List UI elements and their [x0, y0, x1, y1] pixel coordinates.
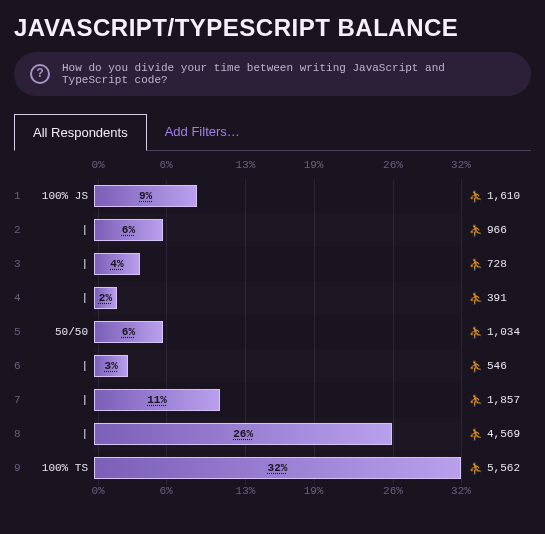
table-row: 8|26%⛹4,569: [14, 417, 531, 451]
person-icon: ⛹: [469, 360, 483, 373]
axis-tick: 0%: [91, 159, 104, 171]
row-category: 100% TS: [34, 462, 94, 474]
bar-zone: 3%: [94, 349, 461, 383]
row-index: 5: [14, 326, 34, 338]
page-title: JAVASCRIPT/TYPESCRIPT BALANCE: [14, 14, 531, 42]
row-category: |: [34, 428, 94, 440]
axis-tick: 0%: [91, 485, 104, 497]
row-count: ⛹1,857: [461, 394, 531, 407]
person-icon: ⛹: [469, 428, 483, 441]
count-value: 391: [487, 292, 507, 304]
bar-value: 4%: [110, 258, 123, 270]
count-value: 1,034: [487, 326, 520, 338]
axis-tick: 6%: [159, 485, 172, 497]
count-value: 5,562: [487, 462, 520, 474]
table-row: 1100% JS9%⛹1,610: [14, 179, 531, 213]
count-value: 1,610: [487, 190, 520, 202]
table-row: 2|6%⛹966: [14, 213, 531, 247]
axis-tick: 26%: [383, 485, 403, 497]
bar-value: 26%: [233, 428, 253, 440]
person-icon: ⛹: [469, 326, 483, 339]
bar-value: 6%: [122, 326, 135, 338]
axis-tick: 13%: [236, 485, 256, 497]
bar[interactable]: 2%: [94, 287, 117, 309]
count-value: 728: [487, 258, 507, 270]
person-icon: ⛹: [469, 258, 483, 271]
person-icon: ⛹: [469, 462, 483, 475]
row-index: 1: [14, 190, 34, 202]
tab-all-respondents[interactable]: All Respondents: [14, 114, 147, 151]
row-count: ⛹546: [461, 360, 531, 373]
count-value: 4,569: [487, 428, 520, 440]
bar-zone: 9%: [94, 179, 461, 213]
bar-value: 9%: [139, 190, 152, 202]
row-count: ⛹5,562: [461, 462, 531, 475]
bar-zone: 26%: [94, 417, 461, 451]
bar[interactable]: 11%: [94, 389, 220, 411]
help-icon: ?: [30, 64, 50, 84]
row-count: ⛹966: [461, 224, 531, 237]
axis-tick: 6%: [159, 159, 172, 171]
table-row: 3|4%⛹728: [14, 247, 531, 281]
row-category: |: [34, 292, 94, 304]
row-category: |: [34, 258, 94, 270]
axis-tick: 19%: [304, 159, 324, 171]
row-index: 9: [14, 462, 34, 474]
table-row: 7|11%⛹1,857: [14, 383, 531, 417]
row-count: ⛹728: [461, 258, 531, 271]
bar-zone: 32%: [94, 451, 461, 485]
bar[interactable]: 3%: [94, 355, 128, 377]
tab-bar: All Respondents Add Filters…: [14, 114, 531, 151]
row-category: |: [34, 394, 94, 406]
bar[interactable]: 6%: [94, 219, 163, 241]
row-index: 7: [14, 394, 34, 406]
row-category: 50/50: [34, 326, 94, 338]
person-icon: ⛹: [469, 224, 483, 237]
bar-zone: 6%: [94, 315, 461, 349]
table-row: 6|3%⛹546: [14, 349, 531, 383]
row-category: |: [34, 224, 94, 236]
bar-zone: 4%: [94, 247, 461, 281]
bar-zone: 2%: [94, 281, 461, 315]
bar-zone: 6%: [94, 213, 461, 247]
bar-value: 2%: [99, 292, 112, 304]
bar[interactable]: 32%: [94, 457, 461, 479]
row-index: 4: [14, 292, 34, 304]
bar-value: 32%: [268, 462, 288, 474]
bar-value: 11%: [147, 394, 167, 406]
row-category: |: [34, 360, 94, 372]
row-category: 100% JS: [34, 190, 94, 202]
bar[interactable]: 26%: [94, 423, 392, 445]
axis-tick: 13%: [236, 159, 256, 171]
bar[interactable]: 6%: [94, 321, 163, 343]
axis-tick: 32%: [451, 485, 471, 497]
count-value: 546: [487, 360, 507, 372]
row-count: ⛹391: [461, 292, 531, 305]
count-value: 1,857: [487, 394, 520, 406]
axis-top: 0%6%13%19%26%32%: [14, 159, 531, 179]
table-row: 9100% TS32%⛹5,562: [14, 451, 531, 485]
table-row: 4|2%⛹391: [14, 281, 531, 315]
person-icon: ⛹: [469, 394, 483, 407]
bar[interactable]: 4%: [94, 253, 140, 275]
row-count: ⛹4,569: [461, 428, 531, 441]
question-banner: ? How do you divide your time between wr…: [14, 52, 531, 96]
bar[interactable]: 9%: [94, 185, 197, 207]
person-icon: ⛹: [469, 190, 483, 203]
question-text: How do you divide your time between writ…: [62, 62, 515, 86]
bar-zone: 11%: [94, 383, 461, 417]
row-index: 6: [14, 360, 34, 372]
row-index: 2: [14, 224, 34, 236]
person-icon: ⛹: [469, 292, 483, 305]
bar-value: 3%: [105, 360, 118, 372]
row-index: 3: [14, 258, 34, 270]
axis-tick: 32%: [451, 159, 471, 171]
axis-tick: 26%: [383, 159, 403, 171]
table-row: 550/506%⛹1,034: [14, 315, 531, 349]
row-index: 8: [14, 428, 34, 440]
axis-tick: 19%: [304, 485, 324, 497]
tab-add-filters[interactable]: Add Filters…: [147, 114, 258, 150]
bar-chart: 0%6%13%19%26%32% 1100% JS9%⛹1,6102|6%⛹96…: [14, 159, 531, 505]
row-count: ⛹1,034: [461, 326, 531, 339]
axis-bottom: 0%6%13%19%26%32%: [14, 485, 531, 505]
